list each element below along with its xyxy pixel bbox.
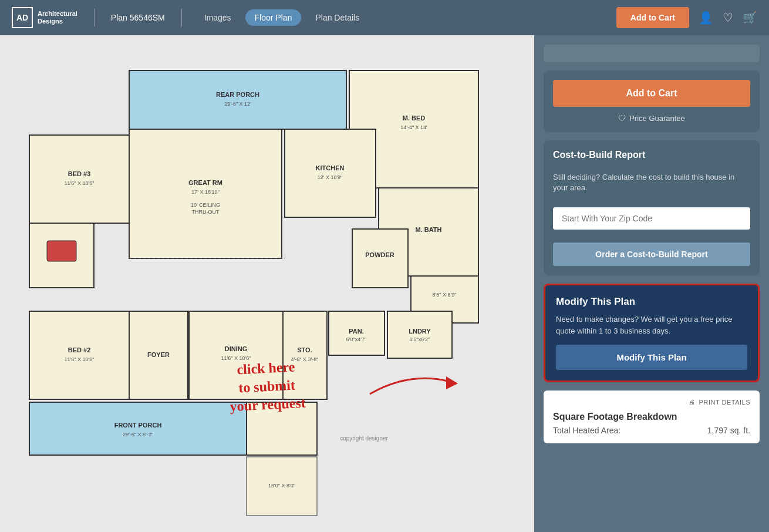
cart-icon[interactable]: 🛒 bbox=[743, 11, 757, 25]
svg-text:18'0" X 8'0": 18'0" X 8'0" bbox=[268, 483, 295, 489]
header-add-to-cart-button[interactable]: Add to Cart bbox=[616, 7, 689, 28]
svg-text:REAR PORCH: REAR PORCH bbox=[216, 91, 259, 98]
sq-footage-title: Square Footage Breakdown bbox=[553, 412, 750, 422]
svg-rect-26 bbox=[29, 311, 129, 399]
svg-text:POWDER: POWDER bbox=[365, 251, 394, 258]
price-guarantee: 🛡 Price Guarantee bbox=[553, 114, 750, 123]
svg-text:BED #2: BED #2 bbox=[68, 346, 91, 353]
svg-text:FOYER: FOYER bbox=[147, 351, 170, 358]
header-divider bbox=[94, 9, 95, 26]
plan-number: Plan 56546SM bbox=[111, 13, 165, 22]
print-details: 🖨 PRINT DETAILS bbox=[553, 399, 750, 406]
svg-text:29'-6" X 6'-2": 29'-6" X 6'-2" bbox=[123, 432, 153, 437]
modify-plan-button[interactable]: Modify This Plan bbox=[556, 345, 747, 370]
nav-floor-plan[interactable]: Floor Plan bbox=[245, 9, 302, 26]
svg-text:copyright designer: copyright designer bbox=[340, 435, 388, 442]
svg-text:17' X 16'10": 17' X 16'10" bbox=[191, 189, 220, 195]
svg-rect-43 bbox=[29, 402, 247, 455]
annotation-text: click hereto submityour request bbox=[230, 359, 306, 415]
header: AD Architectural Designs Plan 56546SM Im… bbox=[0, 0, 769, 35]
svg-text:M. BED: M. BED bbox=[403, 115, 426, 122]
logo-text: Architectural Designs bbox=[38, 10, 77, 25]
logo-box: AD bbox=[12, 7, 33, 28]
svg-text:GREAT RM: GREAT RM bbox=[188, 179, 222, 186]
header-nav: Images Floor Plan Plan Details bbox=[204, 9, 359, 26]
svg-rect-0 bbox=[129, 70, 346, 129]
svg-text:KITCHEN: KITCHEN bbox=[316, 164, 345, 171]
svg-text:8'5" X 6'9": 8'5" X 6'9" bbox=[433, 292, 457, 298]
svg-rect-22 bbox=[352, 229, 408, 288]
user-icon[interactable]: 👤 bbox=[699, 11, 713, 25]
svg-text:11'6" X 10'6": 11'6" X 10'6" bbox=[65, 180, 95, 186]
main-content: REAR PORCH 29'-6" X 12' M. BED 14'-4" X … bbox=[0, 35, 769, 532]
svg-text:6'0"x4'7": 6'0"x4'7" bbox=[346, 336, 366, 342]
svg-rect-6 bbox=[29, 135, 129, 223]
printer-icon: 🖨 bbox=[689, 399, 696, 406]
nav-plan-details[interactable]: Plan Details bbox=[315, 13, 359, 22]
svg-text:PAN.: PAN. bbox=[349, 328, 363, 335]
svg-text:10' CEILING: 10' CEILING bbox=[191, 202, 220, 208]
floor-plan-area: REAR PORCH 29'-6" X 12' M. BED 14'-4" X … bbox=[0, 35, 534, 532]
partial-bar-content bbox=[544, 45, 760, 62]
wishlist-icon[interactable]: ♡ bbox=[723, 11, 733, 25]
header-divider-2 bbox=[181, 9, 182, 26]
arrow-svg bbox=[364, 359, 458, 406]
floor-plan-svg: REAR PORCH 29'-6" X 12' M. BED 14'-4" X … bbox=[12, 65, 493, 528]
svg-text:M. BATH: M. BATH bbox=[415, 226, 441, 233]
svg-rect-40 bbox=[387, 311, 452, 358]
partial-top-card bbox=[544, 45, 760, 62]
svg-text:11'6" X 10'6": 11'6" X 10'6" bbox=[65, 356, 95, 362]
svg-rect-14 bbox=[285, 129, 376, 217]
svg-rect-21 bbox=[47, 241, 76, 261]
print-details-label[interactable]: PRINT DETAILS bbox=[699, 399, 750, 406]
price-guarantee-label: Price Guarantee bbox=[629, 114, 685, 123]
cost-build-card: Cost-to-Build Report Still deciding? Cal… bbox=[544, 140, 760, 275]
total-heated-value: 1,797 sq. ft. bbox=[707, 426, 750, 435]
add-to-cart-card: Add to Cart 🛡 Price Guarantee bbox=[544, 70, 760, 132]
svg-text:THRU-OUT: THRU-OUT bbox=[192, 209, 220, 215]
svg-text:14'-4" X 14': 14'-4" X 14' bbox=[400, 124, 427, 130]
logo: AD Architectural Designs bbox=[12, 7, 77, 28]
svg-text:LNDRY: LNDRY bbox=[409, 328, 431, 335]
click-annotation: click hereto submityour request bbox=[228, 358, 306, 416]
svg-marker-53 bbox=[446, 376, 458, 389]
cost-build-desc: Still deciding? Calculate the cost to bu… bbox=[553, 172, 750, 193]
header-right: Add to Cart 👤 ♡ 🛒 bbox=[616, 7, 757, 28]
order-report-button[interactable]: Order a Cost-to-Build Report bbox=[553, 243, 750, 266]
svg-text:STO.: STO. bbox=[297, 346, 312, 353]
sidebar-add-to-cart-button[interactable]: Add to Cart bbox=[553, 80, 750, 107]
svg-text:8'5"x6'2": 8'5"x6'2" bbox=[410, 336, 430, 342]
nav-images[interactable]: Images bbox=[204, 13, 231, 22]
svg-text:DINING: DINING bbox=[225, 345, 248, 352]
zip-code-input[interactable] bbox=[553, 207, 750, 230]
right-sidebar: Add to Cart 🛡 Price Guarantee Cost-to-Bu… bbox=[534, 35, 769, 532]
svg-text:29'-6" X 12': 29'-6" X 12' bbox=[224, 101, 251, 107]
modify-plan-card: Modify This Plan Need to make changes? W… bbox=[544, 284, 760, 382]
svg-text:BED #3: BED #3 bbox=[68, 170, 91, 177]
svg-text:FRONT PORCH: FRONT PORCH bbox=[114, 422, 162, 429]
sq-footage-row: Total Heated Area: 1,797 sq. ft. bbox=[553, 426, 750, 435]
cost-build-title: Cost-to-Build Report bbox=[553, 150, 750, 160]
modify-plan-title: Modify This Plan bbox=[556, 296, 747, 308]
svg-text:12' X 18'9": 12' X 18'9" bbox=[318, 174, 343, 180]
shield-icon: 🛡 bbox=[618, 114, 626, 123]
total-heated-label: Total Heated Area: bbox=[553, 426, 620, 435]
bottom-section: 🖨 PRINT DETAILS Square Footage Breakdown… bbox=[544, 390, 760, 443]
modify-plan-desc: Need to make changes? We will get you a … bbox=[556, 314, 747, 336]
